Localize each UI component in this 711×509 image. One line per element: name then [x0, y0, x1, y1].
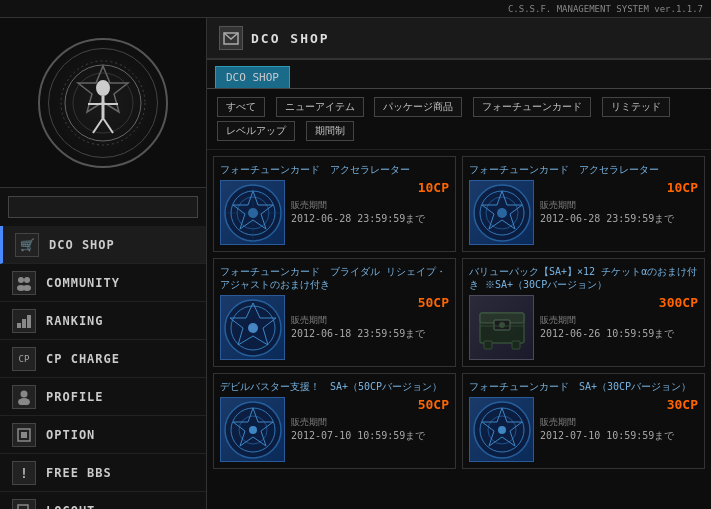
product-period-label-p6: 販売期間: [540, 416, 698, 429]
nav-label-ranking: RANKING: [46, 314, 104, 328]
svg-point-50: [249, 426, 257, 434]
sidebar: 🛒 DCO SHOP COMMUNITY RANKING CP CP CHARG…: [0, 18, 207, 509]
product-info-p5: 50CP 販売期間 2012-07-10 10:59:59まで: [291, 397, 449, 443]
main-header-title: DCO SHOP: [251, 31, 330, 46]
product-cp-p6: 30CP: [540, 397, 698, 412]
product-info-p2: 10CP 販売期間 2012-06-28 23:59:59まで: [540, 180, 698, 226]
logo-svg: [58, 58, 148, 148]
product-row-2: フォーチューンカード ブライダル リシェイプ・アジャストのおまけ付き 50C: [213, 258, 705, 367]
product-title-p4: バリューパック【SA+】×12 チケットαのおまけ付き ※SA+（30CPバージ…: [469, 265, 698, 291]
product-image-p6: [469, 397, 534, 462]
product-title-p3: フォーチューンカード ブライダル リシェイプ・アジャストのおまけ付き: [220, 265, 449, 291]
logo-circle: [38, 38, 168, 168]
main-header-icon: [219, 26, 243, 50]
product-card-p6[interactable]: フォーチューンカード SA+（30CPバージョン）: [462, 373, 705, 469]
product-row-1: フォーチューンカード アクセラレーター: [213, 156, 705, 252]
svg-point-3: [96, 80, 110, 96]
product-card-p5[interactable]: デビルバスター支援！ SA+（50CPバージョン）: [213, 373, 456, 469]
svg-rect-20: [18, 505, 28, 510]
nav-label-free-bbs: FREE BBS: [46, 466, 112, 480]
cp-icon: CP: [12, 347, 36, 371]
product-title-p5: デビルバスター支援！ SA+（50CPバージョン）: [220, 380, 449, 393]
filter-limited[interactable]: リミテッド: [602, 97, 670, 117]
community-icon: [12, 271, 36, 295]
product-cp-p2: 10CP: [540, 180, 698, 195]
product-info-p4: 300CP 販売期間 2012-06-26 10:59:59まで: [540, 295, 698, 341]
nav-label-community: COMMUNITY: [46, 276, 120, 290]
svg-line-7: [103, 118, 113, 133]
product-image-p5: [220, 397, 285, 462]
search-input[interactable]: [8, 196, 198, 218]
top-bar: C.S.S.F. MANAGEMENT SYSTEM ver.1.1.7: [0, 0, 711, 18]
svg-point-12: [23, 285, 31, 291]
product-row-3: デビルバスター支援！ SA+（50CPバージョン）: [213, 373, 705, 469]
svg-rect-44: [484, 341, 492, 349]
product-period-p5: 2012-07-10 10:59:59まで: [291, 429, 449, 443]
product-image-p4: [469, 295, 534, 360]
bbs-icon: !: [12, 461, 36, 485]
nav-item-ranking[interactable]: RANKING: [0, 302, 206, 340]
tab-dco-shop[interactable]: DCO SHOP: [215, 66, 290, 88]
svg-point-10: [24, 277, 30, 283]
product-period-p6: 2012-07-10 10:59:59まで: [540, 429, 698, 443]
svg-line-6: [93, 118, 103, 133]
product-card-p3[interactable]: フォーチューンカード ブライダル リシェイプ・アジャストのおまけ付き 50C: [213, 258, 456, 367]
svg-point-55: [498, 426, 506, 434]
product-info-p3: 50CP 販売期間 2012-06-18 23:59:59まで: [291, 295, 449, 341]
product-image-p3: [220, 295, 285, 360]
layout: 🛒 DCO SHOP COMMUNITY RANKING CP CP CHARG…: [0, 18, 711, 509]
svg-point-34: [497, 208, 507, 218]
system-title: C.S.S.F. MANAGEMENT SYSTEM ver.1.1.7: [508, 4, 703, 14]
main-content: DCO SHOP DCO SHOP すべて ニューアイテム パッケージ商品 フォ…: [207, 18, 711, 509]
nav-item-free-bbs[interactable]: ! FREE BBS: [0, 454, 206, 492]
product-info-p1: 10CP 販売期間 2012-06-28 23:59:59まで: [291, 180, 449, 226]
product-info-p6: 30CP 販売期間 2012-07-10 10:59:59まで: [540, 397, 698, 443]
product-body-p6: 30CP 販売期間 2012-07-10 10:59:59まで: [469, 397, 698, 462]
tab-bar: DCO SHOP: [207, 60, 711, 89]
filter-new[interactable]: ニューアイテム: [276, 97, 364, 117]
product-period-label-p2: 販売期間: [540, 199, 698, 212]
svg-point-42: [499, 322, 505, 328]
nav-item-option[interactable]: OPTION: [0, 416, 206, 454]
filter-levelup[interactable]: レベルアップ: [217, 121, 295, 141]
filter-package[interactable]: パッケージ商品: [374, 97, 462, 117]
nav-label-profile: PROFILE: [46, 390, 104, 404]
profile-icon: [12, 385, 36, 409]
product-card-p1[interactable]: フォーチューンカード アクセラレーター: [213, 156, 456, 252]
product-body-p4: 300CP 販売期間 2012-06-26 10:59:59まで: [469, 295, 698, 360]
product-card-p4[interactable]: バリューパック【SA+】×12 チケットαのおまけ付き ※SA+（30CPバージ…: [462, 258, 705, 367]
svg-point-9: [18, 277, 24, 283]
nav-items: 🛒 DCO SHOP COMMUNITY RANKING CP CP CHARG…: [0, 226, 206, 509]
filter-fortune[interactable]: フォーチューンカード: [473, 97, 591, 117]
nav-item-logout[interactable]: LOGOUT: [0, 492, 206, 509]
nav-label-cp-charge: CP CHARGE: [46, 352, 120, 366]
logo-area: [0, 18, 206, 188]
svg-rect-15: [27, 315, 31, 328]
logout-icon: [12, 499, 36, 510]
nav-item-dco-shop[interactable]: 🛒 DCO SHOP: [0, 226, 206, 264]
product-period-label-p5: 販売期間: [291, 416, 449, 429]
product-image-p1: [220, 180, 285, 245]
svg-rect-13: [17, 323, 21, 328]
nav-item-cp-charge[interactable]: CP CP CHARGE: [0, 340, 206, 378]
nav-label-option: OPTION: [46, 428, 95, 442]
filter-all[interactable]: すべて: [217, 97, 265, 117]
svg-rect-19: [21, 432, 27, 438]
filter-period[interactable]: 期間制: [306, 121, 354, 141]
nav-item-community[interactable]: COMMUNITY: [0, 264, 206, 302]
product-title-p2: フォーチューンカード アクセラレーター: [469, 163, 698, 176]
product-cp-p1: 10CP: [291, 180, 449, 195]
main-header: DCO SHOP: [207, 18, 711, 60]
product-body-p2: 10CP 販売期間 2012-06-28 23:59:59まで: [469, 180, 698, 245]
logo-inner: [48, 48, 158, 158]
product-period-label-p1: 販売期間: [291, 199, 449, 212]
product-cp-p4: 300CP: [540, 295, 698, 310]
search-box-area: [0, 188, 206, 226]
product-grid: フォーチューンカード アクセラレーター: [207, 150, 711, 481]
product-card-p2[interactable]: フォーチューンカード アクセラレーター 1: [462, 156, 705, 252]
filter-area: すべて ニューアイテム パッケージ商品 フォーチューンカード リミテッド レベル…: [207, 89, 711, 150]
product-period-p3: 2012-06-18 23:59:59まで: [291, 327, 449, 341]
svg-rect-45: [512, 341, 520, 349]
nav-item-profile[interactable]: PROFILE: [0, 378, 206, 416]
nav-label-dco-shop: DCO SHOP: [49, 238, 115, 252]
